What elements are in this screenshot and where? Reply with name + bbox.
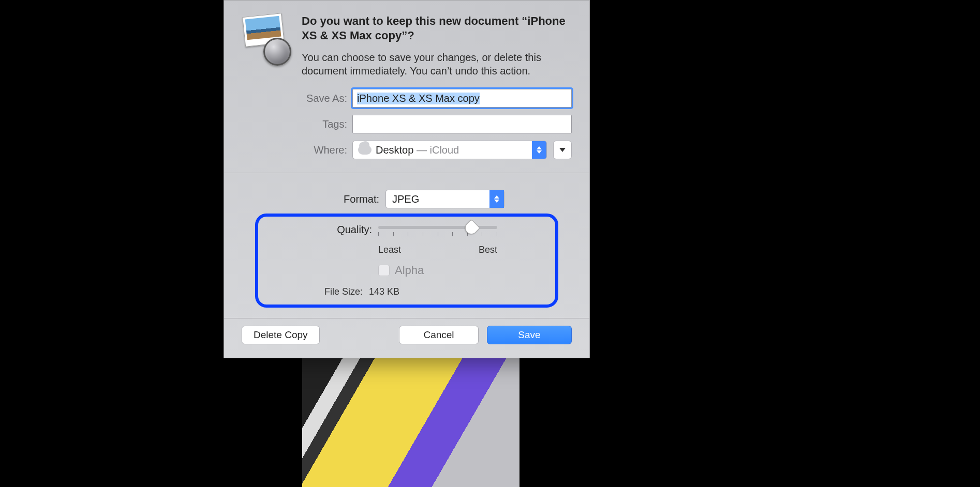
dialog-title: Do you want to keep this new document “i… (302, 14, 572, 42)
slider-ticks (378, 232, 497, 236)
tags-input[interactable] (352, 115, 572, 133)
chevron-down-icon (559, 148, 566, 152)
save-as-label: Save As: (302, 93, 352, 104)
where-popup[interactable]: Desktop — iCloud (352, 141, 547, 159)
quality-slider[interactable] (378, 226, 497, 229)
where-label: Where: (302, 144, 352, 156)
quality-least-label: Least (378, 245, 401, 255)
alpha-checkbox[interactable] (378, 265, 390, 276)
cloud-icon (358, 145, 372, 155)
format-label: Format: (255, 193, 385, 205)
updown-arrows-icon (489, 190, 504, 208)
delete-copy-button[interactable]: Delete Copy (242, 326, 320, 344)
background-image (302, 357, 519, 487)
save-button[interactable]: Save (487, 326, 572, 344)
quality-highlight-box: Quality: Least Best (255, 214, 558, 308)
alpha-label: Alpha (395, 264, 424, 277)
filesize-label: File Size: (258, 286, 363, 297)
updown-arrows-icon (532, 141, 546, 159)
format-value: JPEG (386, 193, 419, 205)
cancel-button[interactable]: Cancel (399, 326, 479, 344)
expand-location-button[interactable] (553, 141, 572, 159)
where-location: Desktop (376, 144, 413, 156)
quality-label: Quality: (258, 224, 378, 236)
save-as-input[interactable]: iPhone XS & XS Max copy (352, 89, 572, 108)
where-separator: — (413, 144, 429, 156)
save-dialog: Do you want to keep this new document “i… (224, 0, 590, 358)
format-popup[interactable]: JPEG (385, 190, 504, 208)
quality-best-label: Best (479, 245, 497, 255)
filesize-value: 143 KB (369, 286, 399, 297)
where-cloud: iCloud (430, 144, 459, 156)
dialog-body: You can choose to save your changes, or … (302, 51, 572, 78)
preview-app-icon (242, 14, 288, 60)
tags-label: Tags: (302, 118, 352, 130)
